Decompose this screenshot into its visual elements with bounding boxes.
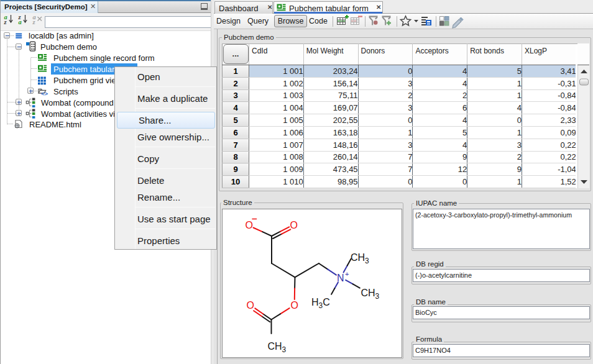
svg-text:O: O	[290, 220, 298, 230]
svg-text:H3C: H3C	[311, 297, 330, 310]
svg-text:N: N	[337, 273, 344, 283]
svg-text:<>: <>	[41, 90, 48, 97]
svg-text:CH3: CH3	[361, 288, 380, 301]
svg-text:a: a	[19, 19, 22, 25]
svg-text:CH3: CH3	[268, 341, 287, 354]
svg-text:O: O	[291, 300, 298, 311]
svg-text:O: O	[247, 300, 254, 311]
svg-text:CH3: CH3	[351, 252, 369, 265]
svg-text:+: +	[345, 270, 349, 278]
svg-text:O: O	[246, 220, 253, 230]
